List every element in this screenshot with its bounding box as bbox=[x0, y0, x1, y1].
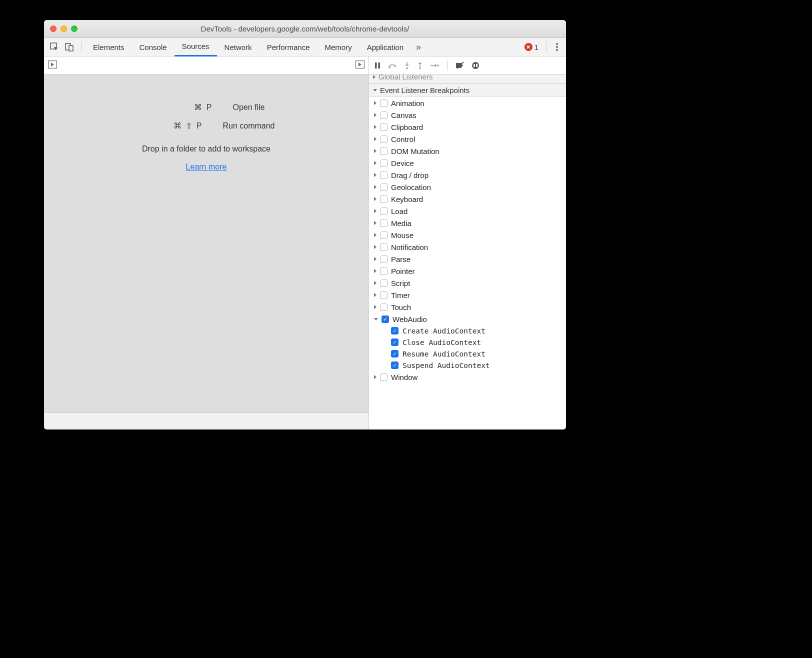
breakpoint-category[interactable]: Media bbox=[369, 217, 566, 229]
svg-point-16 bbox=[437, 64, 439, 66]
category-checkbox[interactable] bbox=[380, 184, 388, 191]
category-checkbox[interactable] bbox=[380, 112, 388, 119]
chevron-right-icon bbox=[374, 233, 376, 237]
chevron-right-icon bbox=[374, 161, 376, 165]
tab-application[interactable]: Application bbox=[360, 38, 411, 56]
breakpoint-category[interactable]: Notification bbox=[369, 241, 566, 253]
deactivate-breakpoints-button[interactable] bbox=[456, 62, 464, 70]
category-checkbox[interactable] bbox=[380, 208, 388, 215]
svg-point-13 bbox=[419, 67, 421, 69]
breakpoint-item[interactable]: Suspend AudioContext bbox=[369, 360, 566, 371]
maximize-window-button[interactable] bbox=[71, 26, 78, 32]
more-tabs-icon[interactable]: » bbox=[411, 40, 426, 54]
breakpoint-category[interactable]: Parse bbox=[369, 253, 566, 265]
chevron-right-icon bbox=[374, 305, 376, 309]
close-window-button[interactable] bbox=[50, 26, 56, 32]
category-label: Mouse bbox=[391, 231, 414, 240]
chevron-right-icon bbox=[374, 293, 376, 297]
category-checkbox[interactable] bbox=[380, 124, 388, 131]
breakpoint-item[interactable]: Create AudioContext bbox=[369, 325, 566, 336]
breakpoint-checkbox[interactable] bbox=[391, 362, 398, 369]
category-checkbox[interactable] bbox=[382, 316, 389, 323]
svg-rect-20 bbox=[476, 64, 478, 67]
category-label: Window bbox=[391, 373, 418, 382]
breakpoint-category[interactable]: Drag / drop bbox=[369, 169, 566, 181]
category-checkbox[interactable] bbox=[380, 268, 388, 275]
breakpoint-category[interactable]: DOM Mutation bbox=[369, 145, 566, 157]
category-checkbox[interactable] bbox=[380, 172, 388, 179]
category-checkbox[interactable] bbox=[380, 232, 388, 239]
category-checkbox[interactable] bbox=[380, 292, 388, 299]
breakpoint-category[interactable]: WebAudio bbox=[369, 313, 566, 325]
chevron-right-icon bbox=[374, 197, 376, 201]
breakpoint-label: Suspend AudioContext bbox=[402, 362, 490, 370]
breakpoint-item[interactable]: Resume AudioContext bbox=[369, 348, 566, 360]
breakpoint-checkbox[interactable] bbox=[391, 350, 398, 358]
breakpoint-category[interactable]: Device bbox=[369, 157, 566, 169]
chevron-right-icon bbox=[374, 125, 376, 129]
chevron-right-icon bbox=[374, 209, 376, 213]
breakpoint-category[interactable]: Clipboard bbox=[369, 121, 566, 133]
breakpoint-category[interactable]: Pointer bbox=[369, 265, 566, 277]
breakpoint-label: Create AudioContext bbox=[402, 327, 486, 335]
sources-subbar bbox=[44, 56, 368, 74]
breakpoint-category[interactable]: Script bbox=[369, 277, 566, 289]
breakpoint-scroller[interactable]: Global Listeners Event Listener Breakpoi… bbox=[369, 74, 566, 430]
svg-point-11 bbox=[406, 67, 408, 69]
error-count-badge[interactable]: ✕ 1 bbox=[524, 43, 538, 52]
breakpoint-category[interactable]: Touch bbox=[369, 301, 566, 313]
step-into-button[interactable] bbox=[404, 62, 410, 70]
pause-button[interactable] bbox=[374, 62, 381, 69]
device-toolbar-icon[interactable] bbox=[62, 40, 77, 54]
category-checkbox[interactable] bbox=[380, 160, 388, 167]
breakpoint-category[interactable]: Mouse bbox=[369, 229, 566, 241]
breakpoint-item[interactable]: Close AudioContext bbox=[369, 336, 566, 348]
tab-elements[interactable]: Elements bbox=[86, 38, 132, 56]
breakpoint-checkbox[interactable] bbox=[391, 327, 398, 334]
category-checkbox[interactable] bbox=[380, 220, 388, 227]
category-checkbox[interactable] bbox=[380, 374, 388, 381]
step-out-button[interactable] bbox=[417, 62, 423, 70]
tab-performance[interactable]: Performance bbox=[260, 38, 318, 56]
category-checkbox[interactable] bbox=[380, 148, 388, 155]
svg-point-5 bbox=[556, 49, 558, 51]
tab-sources[interactable]: Sources bbox=[174, 38, 217, 56]
category-checkbox[interactable] bbox=[380, 196, 388, 203]
chevron-down-icon bbox=[373, 89, 377, 92]
breakpoint-category[interactable]: Timer bbox=[369, 289, 566, 301]
navigator-toggle-icon[interactable] bbox=[48, 60, 57, 70]
inspect-element-icon[interactable] bbox=[47, 40, 62, 54]
tab-console[interactable]: Console bbox=[132, 38, 174, 56]
category-checkbox[interactable] bbox=[380, 280, 388, 287]
debugger-toggle-icon[interactable] bbox=[356, 60, 364, 70]
chevron-right-icon bbox=[374, 375, 376, 379]
event-listener-breakpoints-header[interactable]: Event Listener Breakpoints bbox=[369, 84, 566, 97]
tab-network[interactable]: Network bbox=[217, 38, 260, 56]
pause-on-exceptions-button[interactable] bbox=[472, 62, 480, 70]
step-over-button[interactable] bbox=[388, 62, 397, 69]
breakpoint-category[interactable]: Animation bbox=[369, 97, 566, 109]
breakpoint-category[interactable]: Window bbox=[369, 371, 566, 383]
category-checkbox[interactable] bbox=[380, 244, 388, 251]
svg-point-4 bbox=[556, 46, 558, 48]
step-button[interactable] bbox=[430, 62, 439, 68]
svg-point-18 bbox=[472, 62, 479, 69]
breakpoint-category[interactable]: Geolocation bbox=[369, 181, 566, 193]
chevron-right-icon bbox=[374, 221, 376, 225]
category-checkbox[interactable] bbox=[380, 136, 388, 143]
global-listeners-header[interactable]: Global Listeners bbox=[369, 74, 566, 84]
breakpoint-category[interactable]: Canvas bbox=[369, 109, 566, 121]
breakpoint-category[interactable]: Keyboard bbox=[369, 193, 566, 205]
tab-memory[interactable]: Memory bbox=[318, 38, 360, 56]
learn-more-link[interactable]: Learn more bbox=[186, 162, 227, 172]
category-checkbox[interactable] bbox=[380, 100, 388, 107]
breakpoint-checkbox[interactable] bbox=[391, 338, 398, 346]
settings-menu-icon[interactable] bbox=[551, 43, 563, 51]
category-checkbox[interactable] bbox=[380, 304, 388, 311]
category-checkbox[interactable] bbox=[380, 256, 388, 263]
category-label: Animation bbox=[391, 99, 424, 108]
minimize-window-button[interactable] bbox=[60, 26, 67, 32]
open-file-shortcut: ⌘ P bbox=[148, 102, 212, 112]
breakpoint-category[interactable]: Load bbox=[369, 205, 566, 217]
breakpoint-category[interactable]: Control bbox=[369, 133, 566, 145]
